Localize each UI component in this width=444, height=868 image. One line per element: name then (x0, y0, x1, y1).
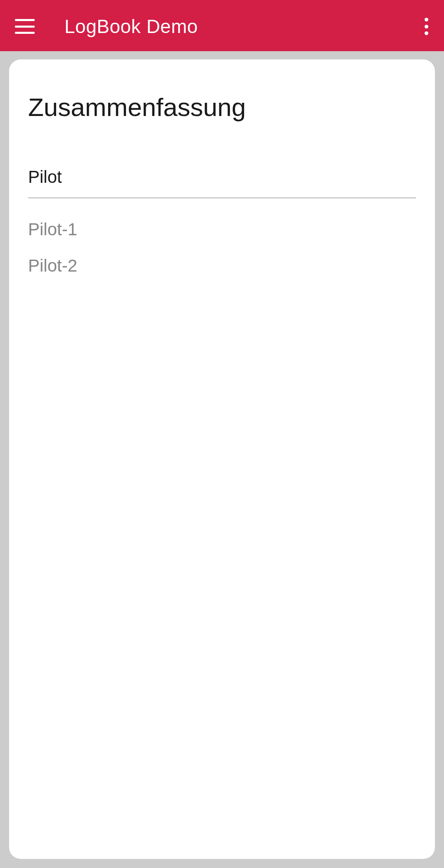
app-bar: LogBook Demo (0, 2, 444, 51)
menu-icon[interactable] (15, 19, 35, 34)
pilot-option-2[interactable]: Pilot-2 (28, 248, 416, 284)
pilot-option-1[interactable]: Pilot-1 (28, 211, 416, 248)
content-area: Zusammenfassung Pilot Pilot-1 Pilot-2 (0, 51, 444, 868)
summary-card: Zusammenfassung Pilot Pilot-1 Pilot-2 (9, 59, 435, 859)
card-title: Zusammenfassung (28, 92, 416, 122)
pilot-select[interactable]: Pilot (28, 167, 416, 198)
overflow-menu-icon[interactable] (424, 18, 428, 35)
app-title: LogBook Demo (64, 15, 198, 38)
